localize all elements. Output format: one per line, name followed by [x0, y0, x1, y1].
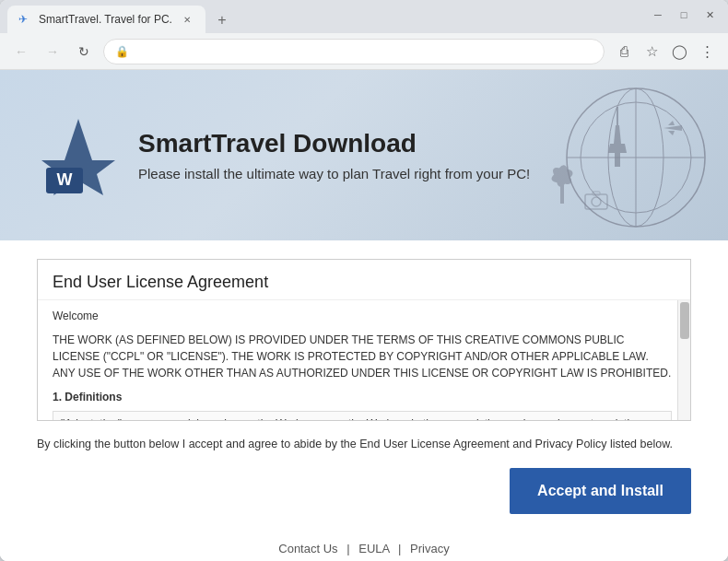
toolbar-icons: ⎙ ☆ ◯ ⋮	[612, 40, 719, 64]
eula-paragraph1: THE WORK (AS DEFINED BELOW) IS PROVIDED …	[53, 332, 672, 381]
svg-rect-7	[615, 153, 620, 167]
eula-scrollbar[interactable]	[677, 300, 690, 420]
hero-banner: W SmartTravel Download Please install th…	[0, 70, 728, 240]
close-button[interactable]: ✕	[699, 6, 721, 23]
svg-marker-13	[663, 125, 682, 131]
active-tab[interactable]: ✈ SmartTravel. Travel for PC. ✕	[7, 6, 205, 33]
footer-sep1: |	[346, 542, 349, 555]
forward-button[interactable]: →	[41, 40, 65, 64]
svg-marker-6	[608, 144, 627, 153]
travel-decoration	[452, 79, 710, 240]
lock-icon: 🔒	[115, 45, 129, 58]
address-input[interactable]: 🔒	[103, 39, 605, 64]
eula-title: End User License Agreement	[38, 260, 690, 300]
svg-marker-15	[668, 131, 675, 135]
eula-section1-title: 1. Definitions	[53, 389, 672, 405]
agreement-text: By clicking the button below I accept an…	[37, 436, 691, 453]
eula-box: End User License Agreement Welcome THE W…	[37, 259, 691, 421]
svg-marker-14	[668, 121, 675, 125]
window-controls: ─ □ ✕	[647, 6, 721, 27]
tab-close-button[interactable]: ✕	[180, 12, 194, 27]
eula-section1-text: "Adaptation" means a work based upon the…	[53, 411, 672, 420]
svg-point-17	[592, 197, 601, 206]
new-tab-button[interactable]: +	[209, 7, 235, 33]
app-logo: W	[37, 114, 120, 197]
logo-star: W	[37, 114, 120, 197]
minimize-button[interactable]: ─	[647, 6, 669, 23]
tab-bar: ✈ SmartTravel. Travel for PC. ✕ +	[7, 0, 647, 33]
browser-window: ✈ SmartTravel. Travel for PC. ✕ + ─ □ ✕ …	[0, 0, 728, 561]
profile-icon[interactable]: ◯	[667, 40, 691, 64]
eula-scroll-area: Welcome THE WORK (AS DEFINED BELOW) IS P…	[38, 300, 690, 420]
footer-eula-link[interactable]: EULA	[358, 542, 389, 555]
footer-contact-link[interactable]: Contact Us	[278, 542, 337, 555]
eula-welcome-label: Welcome	[53, 308, 672, 324]
svg-text:W: W	[57, 170, 73, 189]
refresh-button[interactable]: ↻	[72, 40, 96, 64]
title-bar: ✈ SmartTravel. Travel for PC. ✕ + ─ □ ✕	[0, 0, 728, 33]
main-content: End User License Agreement Welcome THE W…	[0, 240, 728, 561]
bookmark-icon[interactable]: ☆	[640, 40, 663, 64]
eula-scrollbar-thumb[interactable]	[680, 302, 689, 339]
footer-privacy-link[interactable]: Privacy	[410, 542, 450, 555]
footer-sep2: |	[398, 542, 401, 555]
menu-icon[interactable]: ⋮	[695, 40, 719, 64]
back-button[interactable]: ←	[9, 40, 33, 64]
tab-favicon-icon: ✈	[18, 13, 31, 26]
page-footer: Contact Us | EULA | Privacy	[37, 514, 691, 561]
maximize-button[interactable]: □	[673, 6, 695, 23]
eula-body[interactable]: Welcome THE WORK (AS DEFINED BELOW) IS P…	[38, 300, 690, 420]
page-content: W SmartTravel Download Please install th…	[0, 70, 728, 561]
accept-install-button[interactable]: Accept and Install	[510, 468, 691, 514]
address-bar: ← → ↻ 🔒 ⎙ ☆ ◯ ⋮	[0, 33, 728, 70]
share-icon[interactable]: ⎙	[612, 40, 636, 64]
tab-label: SmartTravel. Travel for PC.	[39, 13, 172, 26]
